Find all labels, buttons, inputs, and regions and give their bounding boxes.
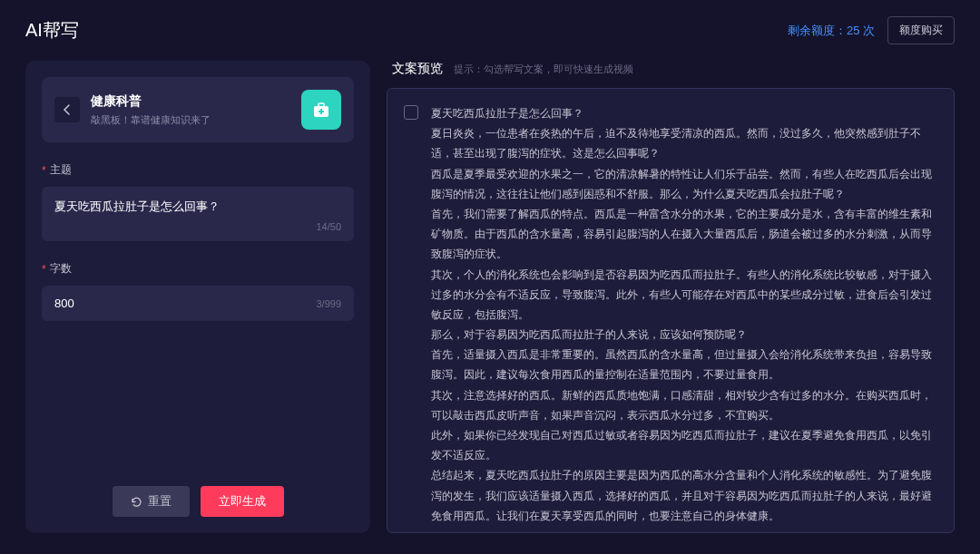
svg-rect-3 <box>318 111 324 112</box>
refresh-icon <box>131 496 142 508</box>
words-group: *字数 3/999 <box>42 261 354 321</box>
quota-label: 剩余额度： <box>788 24 847 37</box>
words-label: *字数 <box>42 261 354 277</box>
quota-text: 剩余额度：25 次 <box>788 22 875 39</box>
words-input[interactable] <box>54 296 316 310</box>
topic-input-wrap[interactable]: 14/50 <box>42 187 354 241</box>
preview-checkbox[interactable] <box>404 105 418 120</box>
category-info: 健康科普 敲黑板！靠谱健康知识来了 <box>91 93 290 127</box>
preview-header: 文案预览 提示：勾选帮写文案，即可快速生成视频 <box>387 61 955 88</box>
topic-char-count: 14/50 <box>316 221 341 232</box>
category-title: 健康科普 <box>91 93 290 110</box>
left-panel: 健康科普 敲黑板！靠谱健康知识来了 *主题 14/50 *字数 3/999 <box>25 61 370 533</box>
preview-title: 文案预览 <box>392 61 443 77</box>
buy-quota-button[interactable]: 额度购买 <box>887 16 955 44</box>
generate-button[interactable]: 立即生成 <box>201 486 284 517</box>
preview-hint: 提示：勾选帮写文案，即可快速生成视频 <box>454 63 633 76</box>
svg-rect-1 <box>318 103 324 107</box>
main: 健康科普 敲黑板！靠谱健康知识来了 *主题 14/50 *字数 3/999 <box>0 61 980 554</box>
words-char-count: 3/999 <box>316 298 341 309</box>
action-row: 重置 立即生成 <box>42 468 354 517</box>
app-title: AI帮写 <box>25 18 79 43</box>
preview-content: 夏天吃西瓜拉肚子是怎么回事？ 夏日炎炎，一位患者在炎热的午后，迫不及待地享受清凉… <box>387 88 955 533</box>
preview-text: 夏天吃西瓜拉肚子是怎么回事？ 夏日炎炎，一位患者在炎热的午后，迫不及待地享受清凉… <box>431 103 937 518</box>
topic-label: *主题 <box>42 162 354 178</box>
header-right: 剩余额度：25 次 额度购买 <box>788 16 955 44</box>
category-card: 健康科普 敲黑板！靠谱健康知识来了 <box>42 77 354 142</box>
required-marker: * <box>42 263 46 276</box>
chevron-left-icon <box>62 104 73 115</box>
category-desc: 敲黑板！靠谱健康知识来了 <box>91 113 290 127</box>
back-button[interactable] <box>54 97 80 122</box>
quota-value: 25 次 <box>847 24 875 37</box>
reset-button[interactable]: 重置 <box>113 486 190 517</box>
topic-input[interactable] <box>54 200 341 214</box>
words-input-wrap[interactable]: 3/999 <box>42 286 354 321</box>
medical-kit-icon <box>301 90 341 130</box>
topic-group: *主题 14/50 <box>42 162 354 241</box>
right-panel: 文案预览 提示：勾选帮写文案，即可快速生成视频 夏天吃西瓜拉肚子是怎么回事？ 夏… <box>387 61 955 533</box>
app-header: AI帮写 剩余额度：25 次 额度购买 <box>0 0 980 61</box>
required-marker: * <box>42 164 46 177</box>
